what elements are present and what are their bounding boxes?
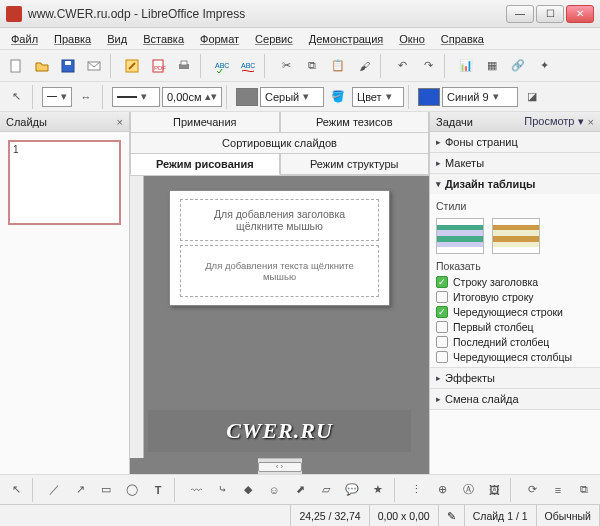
connector-tool[interactable]: ⤷ <box>210 478 234 502</box>
tab-handout[interactable]: Режим тезисов <box>280 112 430 133</box>
text-tool[interactable]: T <box>146 478 170 502</box>
title-placeholder[interactable]: Для добавления заголовка щёлкните мышью <box>180 199 379 241</box>
points-tool[interactable]: ⋮ <box>404 478 428 502</box>
section-layouts[interactable]: ▸Макеты <box>430 153 600 173</box>
watermark-logo: CWER.RU <box>148 410 411 452</box>
check-banded-cols[interactable]: Чередующиеся столбцы <box>436 351 594 363</box>
fill-color-box[interactable] <box>236 88 258 106</box>
svg-rect-8 <box>181 61 187 65</box>
callout-tool[interactable]: 💬 <box>340 478 364 502</box>
copy-button[interactable]: ⧉ <box>300 54 324 78</box>
table-style-2[interactable] <box>492 218 540 254</box>
rect-tool[interactable]: ▭ <box>94 478 118 502</box>
status-modified-icon: ✎ <box>439 505 465 526</box>
redo-button[interactable]: ↷ <box>416 54 440 78</box>
slide-panel-close-icon[interactable]: × <box>117 116 123 128</box>
basic-shapes-tool[interactable]: ◆ <box>236 478 260 502</box>
check-first-col[interactable]: Первый столбец <box>436 321 594 333</box>
rotate-tool[interactable]: ⟳ <box>520 478 544 502</box>
align-tool[interactable]: ≡ <box>546 478 570 502</box>
menu-window[interactable]: Окно <box>392 31 432 47</box>
check-banded-rows[interactable]: ✓Чередующиеся строки <box>436 306 594 318</box>
line-tool[interactable]: ／ <box>42 478 66 502</box>
arrange-tool[interactable]: ⧉ <box>572 478 596 502</box>
line-endings-button[interactable]: ↔ <box>74 85 98 109</box>
section-master-pages[interactable]: ▸Фоны страниц <box>430 132 600 152</box>
toolbar-drawing: ↖ ／ ↗ ▭ ◯ T 〰 ⤷ ◆ ☺ ⬈ ▱ 💬 ★ ⋮ ⊕ Ⓐ 🖼 ⟳ ≡ … <box>0 474 600 504</box>
hyperlink-button[interactable]: 🔗 <box>506 54 530 78</box>
menu-view[interactable]: Вид <box>100 31 134 47</box>
stars-tool[interactable]: ★ <box>366 478 390 502</box>
menu-format[interactable]: Формат <box>193 31 246 47</box>
check-last-col[interactable]: Последний столбец <box>436 336 594 348</box>
line-color-combo[interactable]: Синий 9▾ <box>442 87 518 107</box>
export-pdf-button[interactable]: PDF <box>146 54 170 78</box>
format-paint-button[interactable]: 🖌 <box>352 54 376 78</box>
fill-gray-combo[interactable]: Серый▾ <box>260 87 324 107</box>
maximize-button[interactable]: ☐ <box>536 5 564 23</box>
block-arrows-tool[interactable]: ⬈ <box>288 478 312 502</box>
tab-outline[interactable]: Режим структуры <box>280 154 430 175</box>
tab-sorter[interactable]: Сортировщик слайдов <box>130 133 429 154</box>
open-button[interactable] <box>30 54 54 78</box>
task-panel-view-link[interactable]: Просмотр ▾ <box>524 115 583 128</box>
shadow-button[interactable]: ◪ <box>520 85 544 109</box>
close-button[interactable]: ✕ <box>566 5 594 23</box>
fontwork-tool[interactable]: Ⓐ <box>456 478 480 502</box>
menu-insert[interactable]: Вставка <box>136 31 191 47</box>
horizontal-scrollbar[interactable]: ‹ › <box>258 458 302 474</box>
body-placeholder[interactable]: Для добавления текста щёлкните мышью <box>180 245 379 297</box>
tab-notes[interactable]: Примечания <box>130 112 280 133</box>
status-position: 24,25 / 32,74 <box>291 505 369 526</box>
slide-canvas[interactable]: Для добавления заголовка щёлкните мышью … <box>130 176 429 474</box>
menu-file[interactable]: Файл <box>4 31 45 47</box>
fill-type-combo[interactable]: Цвет▾ <box>352 87 404 107</box>
menu-edit[interactable]: Правка <box>47 31 98 47</box>
curve-tool[interactable]: 〰 <box>184 478 208 502</box>
section-effects[interactable]: ▸Эффекты <box>430 368 600 388</box>
minimize-button[interactable]: — <box>506 5 534 23</box>
menu-tools[interactable]: Сервис <box>248 31 300 47</box>
menu-slideshow[interactable]: Демонстрация <box>302 31 391 47</box>
table-style-1[interactable] <box>436 218 484 254</box>
task-panel: Задачи Просмотр ▾ × ▸Фоны страниц ▸Макет… <box>430 112 600 474</box>
slide-panel: Слайды × 1 <box>0 112 130 474</box>
slide-thumbnail[interactable]: 1 <box>8 140 121 225</box>
save-button[interactable] <box>56 54 80 78</box>
glue-tool[interactable]: ⊕ <box>430 478 454 502</box>
svg-text:PDF: PDF <box>154 65 166 71</box>
paste-button[interactable]: 📋 <box>326 54 350 78</box>
tab-drawing[interactable]: Режим рисования <box>130 154 280 175</box>
select-tool[interactable]: ↖ <box>4 478 28 502</box>
check-header-row[interactable]: ✓Строку заголовка <box>436 276 594 288</box>
flowchart-tool[interactable]: ▱ <box>314 478 338 502</box>
table-button[interactable]: ▦ <box>480 54 504 78</box>
fill-bucket-button[interactable]: 🪣 <box>326 85 350 109</box>
undo-button[interactable]: ↶ <box>390 54 414 78</box>
menu-help[interactable]: Справка <box>434 31 491 47</box>
new-doc-button[interactable] <box>4 54 28 78</box>
status-info <box>0 505 291 526</box>
task-panel-close-icon[interactable]: × <box>588 116 594 128</box>
from-file-tool[interactable]: 🖼 <box>482 478 506 502</box>
edit-button[interactable] <box>120 54 144 78</box>
symbol-shapes-tool[interactable]: ☺ <box>262 478 286 502</box>
email-button[interactable] <box>82 54 106 78</box>
check-total-row[interactable]: Итоговую строку <box>436 291 594 303</box>
line-width-combo[interactable]: ▾ <box>112 87 160 107</box>
ellipse-tool[interactable]: ◯ <box>120 478 144 502</box>
line-size-spin[interactable]: 0,00см▴▾ <box>162 87 222 107</box>
chart-button[interactable]: 📊 <box>454 54 478 78</box>
arrow-tool-button[interactable]: ↖ <box>4 85 28 109</box>
line-color-box[interactable] <box>418 88 440 106</box>
print-button[interactable] <box>172 54 196 78</box>
navigator-button[interactable]: ✦ <box>532 54 556 78</box>
line-style-combo[interactable]: ▾ <box>42 87 72 107</box>
spellcheck-abc-button[interactable]: ABC <box>210 54 234 78</box>
section-transition[interactable]: ▸Смена слайда <box>430 389 600 409</box>
arrow-line-tool[interactable]: ↗ <box>68 478 92 502</box>
cut-button[interactable]: ✂ <box>274 54 298 78</box>
slide[interactable]: Для добавления заголовка щёлкните мышью … <box>169 190 390 306</box>
section-table-design[interactable]: ▾Дизайн таблицы <box>430 174 600 194</box>
autocorrect-button[interactable]: ABC <box>236 54 260 78</box>
